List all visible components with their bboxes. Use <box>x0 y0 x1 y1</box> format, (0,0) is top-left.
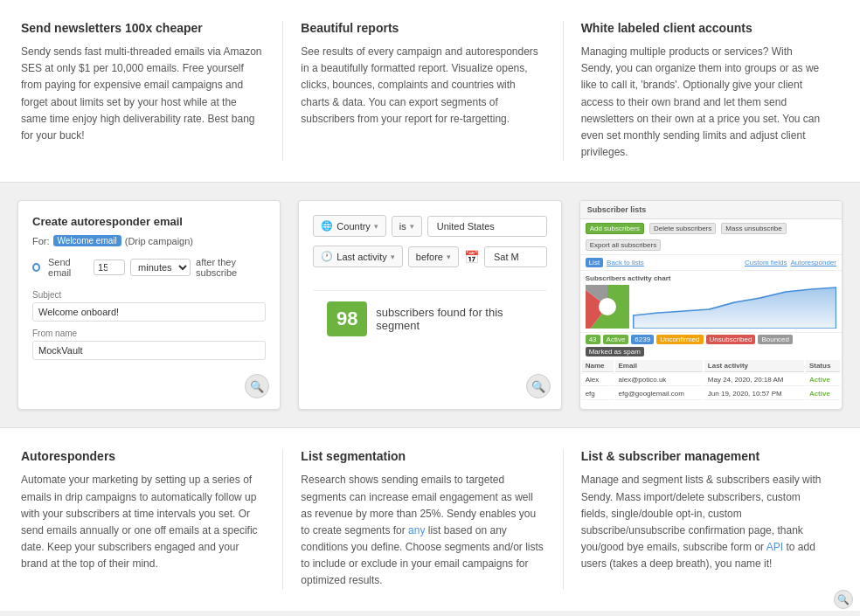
after-text: after they subscribe <box>196 257 266 278</box>
stat-active-count: 43 <box>586 335 600 344</box>
filter-row-country: 🌐 Country ▾ is ▾ United States <box>313 215 546 237</box>
demos-section: Create autoresponder email For: Welcome … <box>0 183 860 427</box>
page: Send newsletters 100x cheaper Sendy send… <box>0 0 860 611</box>
activity-op-chevron-icon: ▾ <box>447 253 451 261</box>
stat-bounced: Bounced <box>758 335 793 344</box>
segmentation-search-button[interactable]: 🔍 <box>526 374 551 398</box>
country-field-button[interactable]: 🌐 Country ▾ <box>313 215 386 237</box>
send-unit-select[interactable]: minutes hours days <box>130 259 191 276</box>
country-operator-button[interactable]: is ▾ <box>392 216 422 237</box>
feature-list-segmentation: List segmentation Research shows sending… <box>283 449 563 589</box>
feature-autoresponders-text: Automate your marketing by setting up a … <box>21 472 265 572</box>
autoresponder-card-title: Create autoresponder email <box>32 215 266 228</box>
activity-date-value: Sat M <box>484 246 547 267</box>
clock-icon: 🕐 <box>321 251 333 262</box>
feature-white-label-text: Managing multiple products or services? … <box>581 44 825 161</box>
subscriber-list-card: Subscriber lists Add subscribers Delete … <box>579 200 843 410</box>
feature-white-label-title: White labeled client accounts <box>581 21 825 35</box>
search-icon-seg: 🔍 <box>531 380 545 393</box>
autoresponder-demo-col: Create autoresponder email For: Welcome … <box>9 200 289 410</box>
activity-field-button[interactable]: 🕐 Last activity ▾ <box>313 246 402 267</box>
row2-email: efg@googlemail.com <box>615 388 703 400</box>
feature-autoresponders-title: Autoresponders <box>21 449 265 463</box>
col-email: Email <box>615 360 703 372</box>
activity-operator-button[interactable]: before ▾ <box>408 246 459 267</box>
row1-email: alex@potico.uk <box>615 374 703 386</box>
feature-list-segmentation-text: Research shows sending emails to targete… <box>301 472 544 589</box>
subject-group: Subject <box>32 290 266 322</box>
col-last-activity: Last activity <box>704 360 804 372</box>
for-label: For: <box>32 236 50 246</box>
mass-unsubscribe-button[interactable]: Mass unsubscribe <box>721 223 786 234</box>
feature-list-management: List & subscriber management Manage and … <box>564 449 843 589</box>
country-field-label: Country <box>336 221 371 232</box>
export-subscribers-button[interactable]: Export all subscribers <box>586 239 661 251</box>
feature-reports-text: See results of every campaign and autore… <box>301 44 544 128</box>
back-to-lists-link[interactable]: Back to lists <box>607 259 644 266</box>
list-nav-right: Custom fields Autoresponder <box>745 259 836 266</box>
activity-operator-label: before <box>416 252 443 262</box>
activity-field-label: Last activity <box>336 252 386 262</box>
filter-rows: 🌐 Country ▾ is ▾ United States � <box>299 201 560 267</box>
table-row: efg efg@googlemail.com Jun 19, 2020, 10:… <box>582 388 840 400</box>
subject-label: Subject <box>32 290 266 300</box>
feature-cheap-title: Send newsletters 100x cheaper <box>21 21 265 35</box>
stat-unconfirmed: Unconfirmed <box>656 335 703 344</box>
from-name-label: From name <box>32 329 266 338</box>
autoresponder-link[interactable]: Autoresponder <box>791 259 836 266</box>
send-number-input[interactable]: 15 <box>94 260 125 275</box>
api-link[interactable]: API <box>766 541 783 553</box>
send-row: Send email 15 minutes hours days after t… <box>32 257 266 278</box>
autoresponder-for-row: For: Welcome email (Drip campaign) <box>32 235 266 246</box>
features-top-section: Send newsletters 100x cheaper Sendy send… <box>0 0 860 183</box>
country-chevron-icon: ▾ <box>374 222 378 231</box>
search-icon: 🔍 <box>250 380 264 393</box>
feature-cheap: Send newsletters 100x cheaper Sendy send… <box>17 21 283 161</box>
send-label: Send email <box>48 257 88 278</box>
from-name-group: From name <box>32 329 266 360</box>
col-name: Name <box>582 360 614 372</box>
subscriber-list-demo-col: Subscriber lists Add subscribers Delete … <box>571 200 851 410</box>
campaign-badge: Welcome email <box>53 235 121 246</box>
operator-chevron-icon: ▾ <box>410 222 414 231</box>
add-subscribers-button[interactable]: Add subscribers <box>586 223 644 234</box>
custom-fields-link[interactable]: Custom fields <box>745 259 787 266</box>
from-name-input[interactable] <box>32 341 266 360</box>
svg-marker-4 <box>633 287 836 329</box>
delete-subscribers-button[interactable]: Delete subscribers <box>649 223 716 234</box>
result-bar: 98 subscribers found for this segment <box>313 290 546 347</box>
subject-input[interactable] <box>32 302 266 322</box>
subscriber-table: Name Email Last activity Status Alex ale… <box>580 358 842 402</box>
pie-chart <box>586 285 629 329</box>
feature-list-segmentation-title: List segmentation <box>301 449 544 463</box>
row2-date: Jun 19, 2020, 10:57 PM <box>704 388 804 400</box>
feature-reports: Beautiful reports See results of every c… <box>283 21 563 161</box>
row2-status: Active <box>806 388 840 400</box>
stat-unsubscribed: Unsubscribed <box>706 335 756 344</box>
any-link[interactable]: any <box>408 524 425 536</box>
list-nav-list-button[interactable]: List <box>586 258 603 267</box>
calendar-icon: 📅 <box>464 250 479 264</box>
feature-white-label: White labeled client accounts Managing m… <box>564 21 843 161</box>
col-status: Status <box>806 360 840 372</box>
chart-title: Subscribers activity chart <box>586 274 671 282</box>
row1-name: Alex <box>582 374 614 386</box>
feature-cheap-text: Sendy sends fast multi-threaded emails v… <box>21 44 265 144</box>
row2-name: efg <box>582 388 614 400</box>
svg-point-3 <box>599 298 616 315</box>
radio-dot-icon <box>32 263 40 272</box>
segmentation-demo-col: 🌐 Country ▾ is ▾ United States � <box>289 200 570 410</box>
stat-spam: Marked as spam <box>586 347 644 356</box>
stats-row: 43 Active 6239 Unconfirmed Unsubscribed … <box>580 332 842 358</box>
row1-date: May 24, 2020, 20:18 AM <box>704 374 804 386</box>
features-bottom-section: Autoresponders Automate your marketing b… <box>0 427 860 610</box>
row1-status: Active <box>806 374 840 386</box>
campaign-type: (Drip campaign) <box>125 236 193 246</box>
list-card-actions: Add subscribers Delete subscribers Mass … <box>580 219 842 255</box>
country-operator-label: is <box>399 221 406 232</box>
globe-icon: 🌐 <box>321 220 333 232</box>
stat-active-label: Active <box>603 335 629 344</box>
area-chart <box>633 285 836 329</box>
list-card-header: Subscriber lists <box>580 201 842 219</box>
autoresponder-search-button[interactable]: 🔍 <box>245 374 269 398</box>
